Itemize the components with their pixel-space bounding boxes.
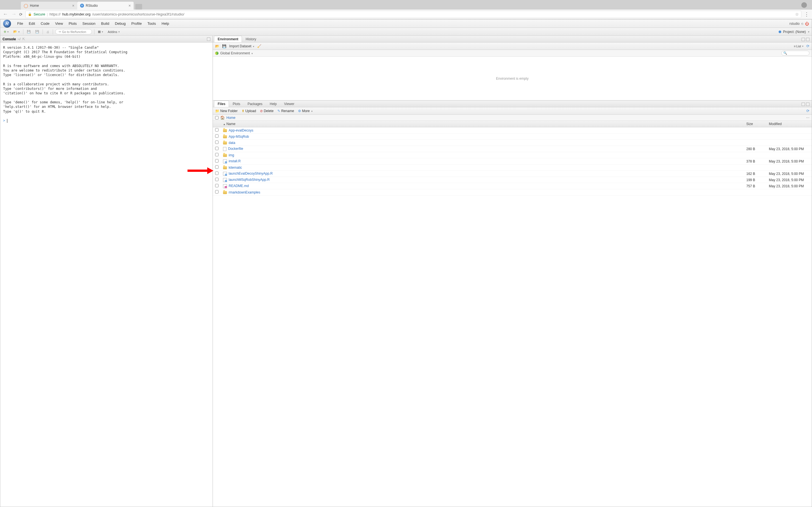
file-link[interactable]: launchEvalDecoyShinyApp.R xyxy=(229,172,273,175)
print-button[interactable]: 🖨 xyxy=(45,30,50,34)
file-link[interactable]: App-evalDecoys xyxy=(229,128,253,132)
new-folder-button[interactable]: 📁 New Folder xyxy=(215,109,238,113)
menu-session[interactable]: Session xyxy=(80,20,98,27)
rename-label: Rename xyxy=(281,109,294,113)
file-row: launchMSqRobShinyApp.R 199 B May 23, 201… xyxy=(213,177,392,183)
file-link[interactable]: data xyxy=(229,141,235,145)
delete-button[interactable]: ⊘ Delete xyxy=(260,109,273,113)
file-link[interactable]: Dockerfile xyxy=(228,147,243,151)
address-bar[interactable]: 🔒 Secure | https://hub.mybinder.org/user… xyxy=(26,11,392,18)
menu-profile[interactable]: Profile xyxy=(129,20,145,27)
select-all-checkbox[interactable] xyxy=(215,116,218,119)
doc-icon xyxy=(223,147,226,151)
more-button[interactable]: ⚙ More ▾ xyxy=(298,109,313,113)
save-button[interactable]: 💾 xyxy=(26,29,32,34)
env-tabs: Environment History xyxy=(213,36,392,43)
new-file-button[interactable]: ⊕▾ xyxy=(3,29,10,34)
console-output[interactable]: R version 3.4.1 (2017-06-30) -- "Single … xyxy=(0,43,213,244)
tab-packages[interactable]: Packages xyxy=(244,101,266,107)
menu-tools[interactable]: Tools xyxy=(145,20,159,27)
upload-button[interactable]: ⬆ Upload xyxy=(242,109,256,113)
tab-environment[interactable]: Environment xyxy=(214,36,242,42)
rstudio-icon: R xyxy=(80,4,84,8)
console-pane: Console ~/ ⇱ R version 3.4.1 (2017-06-30… xyxy=(0,36,213,244)
file-row-checkbox[interactable] xyxy=(215,190,218,193)
col-name[interactable]: ▲Name xyxy=(221,121,392,127)
file-link[interactable]: App-MSqRob xyxy=(229,135,249,138)
browser-tab-rstudio[interactable]: R RStudio × xyxy=(77,2,134,10)
env-scope-bar: Global Environment ▾ 🔍 xyxy=(213,50,392,57)
tab-files[interactable]: Files xyxy=(214,101,229,107)
upload-label: Upload xyxy=(245,109,256,113)
goto-file-input[interactable]: ➔Go to file/function xyxy=(55,29,92,34)
addins-label: Addins xyxy=(108,30,117,34)
tab-plots[interactable]: Plots xyxy=(229,101,244,107)
file-row-checkbox[interactable] xyxy=(215,134,218,138)
menu-help[interactable]: Help xyxy=(159,20,172,27)
addins-button[interactable]: Addins▾ xyxy=(107,30,121,34)
folder-icon xyxy=(223,135,227,138)
menu-view[interactable]: View xyxy=(52,20,66,27)
console-prompt: > xyxy=(3,119,5,122)
file-row-checkbox[interactable] xyxy=(215,128,218,131)
back-button[interactable]: ← xyxy=(3,11,8,17)
folder-icon xyxy=(223,129,227,132)
menu-file[interactable]: File xyxy=(14,20,26,27)
md-icon xyxy=(223,184,227,188)
file-row: README.md 757 B May 23, 2018, 5:00 PM xyxy=(213,183,392,189)
grid-button[interactable]: ▦▾ xyxy=(97,29,104,34)
r-logo-icon: R xyxy=(3,20,11,27)
files-table: ▲Name Size Modified App-evalDecoys App-M… xyxy=(213,121,392,195)
console-cursor xyxy=(7,119,7,123)
file-link[interactable]: rmarkdownExamples xyxy=(229,190,260,194)
file-row: App-MSqRob xyxy=(213,133,392,140)
menu-plots[interactable]: Plots xyxy=(66,20,80,27)
home-icon[interactable]: 🏠 xyxy=(220,115,225,120)
tab-viewer[interactable]: Viewer xyxy=(280,101,298,107)
file-row-checkbox[interactable] xyxy=(215,159,218,163)
folder-icon xyxy=(223,191,227,194)
browser-tab-home[interactable]: ◯ Home × xyxy=(21,2,77,10)
save-all-button[interactable]: 💾 xyxy=(34,29,40,34)
file-row-checkbox[interactable] xyxy=(215,178,218,181)
save-workspace-icon[interactable]: 💾 xyxy=(222,44,226,48)
file-row-checkbox[interactable] xyxy=(215,153,218,156)
console-popout-icon[interactable]: ⇱ xyxy=(22,37,25,41)
file-link[interactable]: launchMSqRobShinyApp.R xyxy=(229,178,269,182)
tab-history[interactable]: History xyxy=(242,36,260,42)
file-link[interactable]: img xyxy=(229,153,234,157)
menu-code[interactable]: Code xyxy=(38,20,52,27)
breadcrumb-home[interactable]: Home xyxy=(226,116,236,120)
env-scope-selector[interactable]: Global Environment ▾ xyxy=(220,51,253,55)
file-row: kitematic xyxy=(213,165,392,171)
browser-chrome: ◯ Home × R RStudio × ← → ⟳ 🔒 Secure | ht… xyxy=(0,0,392,19)
rstudio-toolbar: ⊕▾ 📂▾ 💾 💾 🖨 ➔Go to file/function ▦▾ Addi… xyxy=(0,28,392,36)
file-link[interactable]: kitematic xyxy=(229,166,242,170)
import-dataset-button[interactable]: Import Dataset ▾ xyxy=(229,44,254,48)
load-workspace-icon[interactable]: 📂 xyxy=(215,44,219,48)
file-link[interactable]: README.md xyxy=(229,184,249,188)
forward-button[interactable]: → xyxy=(11,11,16,17)
tab-help[interactable]: Help xyxy=(266,101,281,107)
pane-maximize-icon[interactable] xyxy=(207,38,210,41)
url-protocol: https:// xyxy=(50,12,61,16)
clear-workspace-icon[interactable]: 🧹 xyxy=(257,44,261,48)
tab-close-icon[interactable]: × xyxy=(129,3,131,8)
console-header: Console ~/ ⇱ xyxy=(0,36,213,43)
env-scope-label: Global Environment xyxy=(220,51,250,55)
file-row-checkbox[interactable] xyxy=(215,147,218,150)
menu-debug[interactable]: Debug xyxy=(112,20,128,27)
menu-edit[interactable]: Edit xyxy=(26,20,38,27)
rename-button[interactable]: ✎ Rename xyxy=(277,109,294,113)
file-row-checkbox[interactable] xyxy=(215,184,218,187)
menu-build[interactable]: Build xyxy=(98,20,112,27)
new-tab-button[interactable] xyxy=(135,4,142,10)
file-row-checkbox[interactable] xyxy=(215,140,218,144)
more-label: More xyxy=(302,109,310,113)
console-path: ~/ xyxy=(17,37,20,41)
file-link[interactable]: install.R xyxy=(229,159,241,163)
reload-button[interactable]: ⟳ xyxy=(19,12,22,17)
open-file-button[interactable]: 📂▾ xyxy=(12,29,21,34)
r-icon xyxy=(223,178,227,182)
tab-close-icon[interactable]: × xyxy=(72,3,74,8)
